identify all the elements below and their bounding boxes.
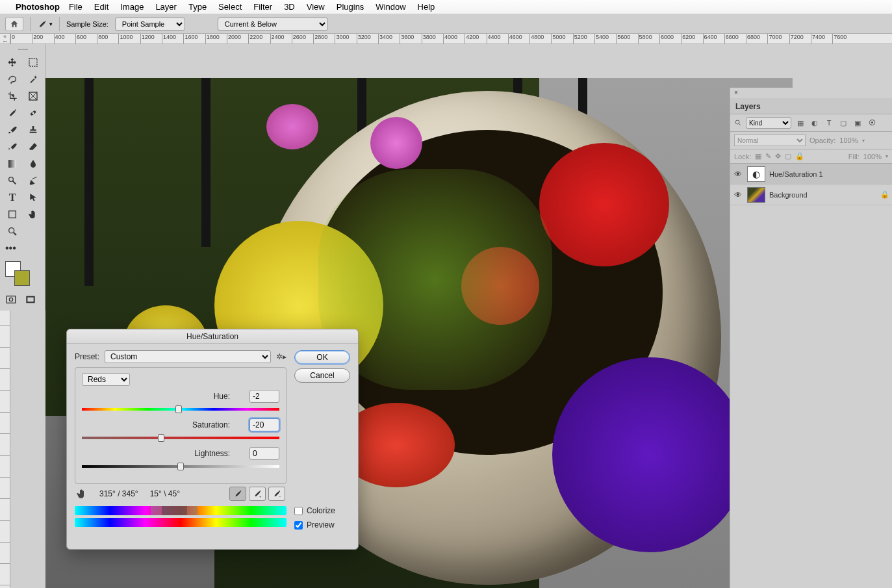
visibility-icon[interactable]: 👁 (733, 190, 743, 199)
blur-tool[interactable] (23, 156, 43, 172)
color-range-bar-top[interactable] (75, 506, 287, 515)
eyedropper-subtract[interactable]: − (268, 487, 285, 501)
pink-flowers (266, 104, 318, 149)
menu-3d[interactable]: 3D (284, 2, 295, 12)
panel-close-icon[interactable]: × (734, 89, 738, 96)
ruler-origin[interactable]: «┅ (0, 34, 10, 44)
visibility-icon[interactable]: 👁 (733, 170, 743, 179)
panel-grip[interactable]: ┅┅┅ (3, 47, 43, 53)
eyedropper-set[interactable] (229, 487, 246, 501)
lock-all-icon[interactable]: 🔒 (795, 152, 804, 160)
pen-tool[interactable] (23, 173, 43, 188)
menu-layer[interactable]: Layer (155, 2, 177, 12)
path-select-tool[interactable] (23, 190, 43, 205)
cancel-button[interactable]: Cancel (294, 368, 350, 383)
home-button[interactable] (5, 17, 23, 31)
quickmask-button[interactable] (4, 294, 18, 305)
color-swatches[interactable] (3, 261, 43, 290)
dodge-tool[interactable] (3, 173, 22, 188)
lightness-input[interactable] (249, 447, 279, 460)
sample-mode-select[interactable]: Current & Below (218, 18, 328, 31)
app-name[interactable]: Photoshop (16, 2, 60, 12)
shape-tool[interactable] (3, 207, 22, 222)
hand-scrubber-icon[interactable] (76, 488, 88, 500)
background-swatch[interactable] (14, 270, 30, 286)
hue-input[interactable] (249, 390, 279, 403)
tool-preset[interactable]: ▾ (37, 19, 53, 29)
eyedropper-tool[interactable] (3, 105, 22, 121)
eraser-tool[interactable] (23, 139, 43, 155)
layers-panel: × Layers Kind ▦ ◐ T ▢ ▣ ⦿ Normal Opacity… (730, 88, 892, 588)
svg-rect-3 (8, 160, 16, 168)
range-right: 15° \ 45° (150, 489, 180, 498)
svg-point-8 (9, 298, 12, 301)
layer-row[interactable]: 👁 Background 🔒 (730, 185, 892, 205)
lock-artboard-icon[interactable]: ▢ (785, 152, 791, 160)
crop-tool[interactable] (3, 88, 22, 104)
saturation-slider[interactable] (82, 433, 279, 443)
svg-rect-7 (6, 296, 15, 303)
zoom-tool[interactable] (3, 224, 22, 239)
menu-edit[interactable]: Edit (94, 2, 108, 12)
stamp-tool[interactable] (23, 122, 43, 138)
fill-value[interactable]: 100% (863, 153, 882, 160)
svg-point-6 (9, 228, 14, 233)
layers-tab[interactable]: Layers (735, 102, 761, 111)
layer-row[interactable]: 👁 ◐ Hue/Saturation 1 (730, 164, 892, 185)
more-tools[interactable]: ••• (3, 240, 22, 256)
hand-tool[interactable] (23, 207, 43, 222)
filter-smart-icon[interactable]: ▣ (852, 118, 863, 128)
brush-tool[interactable] (3, 122, 22, 138)
colorize-checkbox[interactable]: Colorize (294, 506, 350, 515)
screenmode-button[interactable] (23, 294, 38, 305)
hue-slider[interactable] (82, 404, 279, 415)
menu-type[interactable]: Type (188, 2, 207, 12)
layer-name[interactable]: Hue/Saturation 1 (769, 170, 823, 178)
menu-window[interactable]: Window (376, 2, 405, 12)
saturation-input[interactable] (249, 418, 279, 431)
healing-tool[interactable] (23, 105, 43, 121)
filter-toggle-icon[interactable]: ⦿ (867, 118, 877, 128)
lock-pixels-icon[interactable]: ▦ (755, 152, 761, 160)
marquee-tool[interactable] (23, 55, 43, 70)
sample-size-select[interactable]: Point Sample (115, 18, 185, 31)
preview-checkbox[interactable]: Preview (294, 520, 350, 530)
ok-button[interactable]: OK (294, 350, 350, 364)
kind-filter[interactable]: Kind (746, 117, 791, 129)
filter-adjust-icon[interactable]: ◐ (809, 118, 820, 128)
lock-brush-icon[interactable]: ✎ (765, 152, 771, 160)
filter-pixel-icon[interactable]: ▦ (795, 118, 806, 128)
channel-select[interactable]: Reds (82, 373, 130, 386)
menu-plugins[interactable]: Plugins (337, 2, 364, 12)
adjustment-thumb[interactable]: ◐ (747, 166, 765, 182)
svg-rect-10 (27, 298, 33, 302)
menu-help[interactable]: Help (418, 2, 435, 12)
filter-shape-icon[interactable]: ▢ (838, 118, 848, 128)
type-tool[interactable]: T (3, 190, 22, 205)
horizontal-ruler[interactable]: 0200400600800100012001400160018002000220… (10, 34, 892, 44)
menu-select[interactable]: Select (218, 2, 242, 12)
lightness-slider[interactable] (82, 461, 279, 472)
layer-name[interactable]: Background (769, 191, 808, 199)
frame-tool[interactable] (23, 88, 43, 104)
dialog-title[interactable]: Hue/Saturation (67, 329, 358, 344)
color-range-bar-bottom (75, 518, 287, 527)
move-tool[interactable] (3, 55, 22, 70)
menu-filter[interactable]: Filter (253, 2, 272, 12)
menu-image[interactable]: Image (120, 2, 144, 12)
history-brush-tool[interactable] (3, 139, 22, 155)
menu-view[interactable]: View (307, 2, 325, 12)
magic-wand-tool[interactable] (23, 71, 43, 87)
filter-type-icon[interactable]: T (824, 118, 834, 128)
fill-label: Fill: (848, 153, 860, 160)
gradient-tool[interactable] (3, 156, 22, 172)
preset-menu-icon[interactable]: ✲▸ (276, 352, 287, 361)
layer-thumb[interactable] (747, 187, 765, 203)
lasso-tool[interactable] (3, 71, 22, 87)
eyedropper-add[interactable]: + (249, 487, 266, 501)
opacity-value[interactable]: 100% (839, 136, 858, 144)
blend-mode-select[interactable]: Normal (734, 134, 806, 146)
menu-file[interactable]: File (69, 2, 83, 12)
preset-select[interactable]: Custom (105, 350, 271, 363)
lock-position-icon[interactable]: ✥ (775, 152, 781, 160)
